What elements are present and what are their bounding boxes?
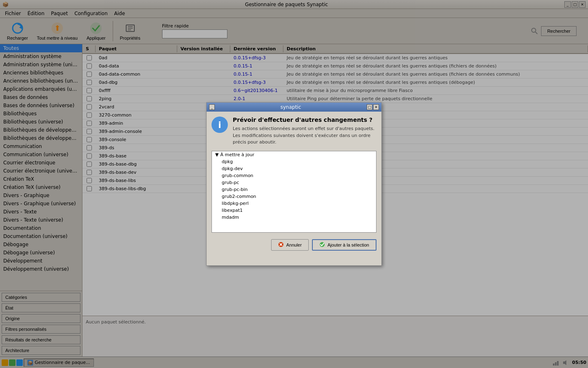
cancel-button[interactable]: Annuler: [271, 239, 309, 251]
dialog-maximize[interactable]: □: [367, 104, 372, 110]
dialog-footer: Annuler Ajouter à la sélection: [212, 238, 376, 252]
add-icon: [319, 242, 325, 248]
list-item: grub-pc: [212, 179, 376, 186]
dialog-overlay: _ synaptic □ ✕ i Prévoir d'effectuer d'a…: [0, 0, 588, 368]
list-item: libexpat1: [212, 207, 376, 214]
dialog-minimize[interactable]: _: [209, 104, 215, 110]
collapse-icon: ▼: [215, 152, 218, 157]
dialog-question: Prévoir d'effectuer d'autres changements…: [233, 117, 376, 123]
dialog-titlebar: _ synaptic □ ✕: [207, 103, 381, 112]
list-item: grub-common: [212, 172, 376, 179]
add-label: Ajouter à la sélection: [327, 242, 369, 247]
dialog-description: Les actions sélectionnées auront un effe…: [233, 126, 376, 146]
list-item: grub-pc-bin: [212, 186, 376, 193]
dialog-text-area: Prévoir d'effectuer d'autres changements…: [233, 117, 376, 146]
group-label: À mettre à jour: [220, 152, 254, 157]
list-item: grub2-common: [212, 193, 376, 200]
changes-items: dpkgdpkg-devgrub-commongrub-pcgrub-pc-bi…: [212, 158, 376, 221]
list-item: dpkg-dev: [212, 165, 376, 172]
changes-group-header[interactable]: ▼ À mettre à jour: [212, 151, 376, 158]
dialog: _ synaptic □ ✕ i Prévoir d'effectuer d'a…: [206, 102, 382, 266]
list-item: libdpkg-perl: [212, 200, 376, 207]
list-item: mdadm: [212, 214, 376, 221]
dialog-body: i Prévoir d'effectuer d'autres changemen…: [207, 112, 381, 257]
dialog-controls: □ ✕: [367, 104, 379, 110]
add-selection-button[interactable]: Ajouter à la sélection: [312, 239, 376, 251]
cancel-label: Annuler: [286, 242, 302, 247]
dialog-close[interactable]: ✕: [373, 104, 379, 110]
info-icon: i: [212, 117, 228, 133]
dialog-title: synaptic: [281, 104, 301, 110]
cancel-icon: [278, 242, 284, 248]
dialog-header-area: i Prévoir d'effectuer d'autres changemen…: [212, 117, 376, 146]
list-item: dpkg: [212, 158, 376, 165]
changes-list: ▼ À mettre à jour dpkgdpkg-devgrub-commo…: [212, 151, 376, 233]
